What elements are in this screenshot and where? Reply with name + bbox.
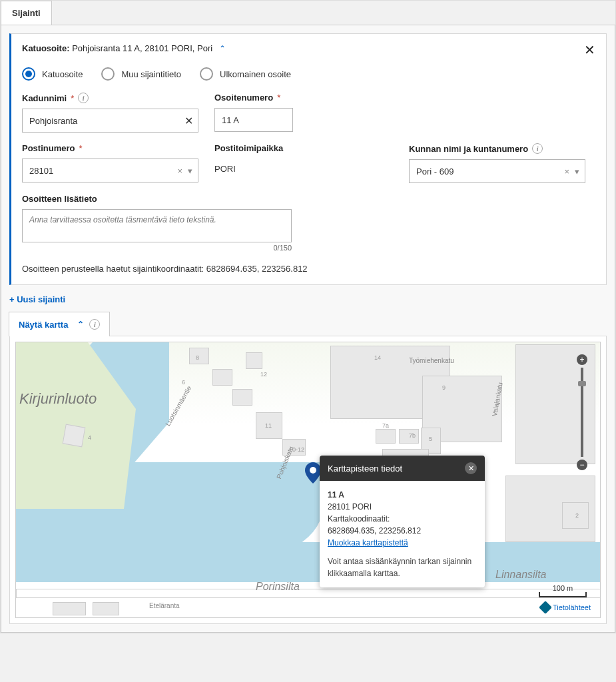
postal-label: Postinumero bbox=[22, 143, 75, 153]
card-title-value: Pohjoisranta 11 A, 28101 PORI, Pori bbox=[72, 43, 212, 53]
map-label-linnansilta: Linnansilta bbox=[495, 569, 547, 581]
info-icon[interactable]: i bbox=[532, 143, 543, 154]
attribution-icon bbox=[539, 601, 552, 614]
chevron-down-icon[interactable]: ▾ bbox=[575, 167, 579, 176]
popup-close-icon[interactable]: ✕ bbox=[465, 462, 477, 474]
map[interactable]: Kirjurinluoto Porinsilta Linnansilta Ete… bbox=[15, 342, 601, 618]
radio-ulkomainen[interactable]: Ulkomainen osoite bbox=[200, 67, 291, 81]
radio-icon bbox=[101, 67, 115, 81]
street-input[interactable] bbox=[22, 109, 198, 133]
info-icon[interactable]: i bbox=[89, 319, 100, 330]
muni-label: Kunnan nimi ja kuntanumero bbox=[409, 144, 528, 154]
svg-point-0 bbox=[310, 467, 316, 474]
street-label: Kadunnimi bbox=[22, 93, 67, 103]
chevron-up-icon: ⌃ bbox=[219, 44, 226, 53]
radio-icon bbox=[200, 67, 213, 81]
map-label-porinsilta: Porinsilta bbox=[256, 581, 300, 593]
info-icon[interactable]: i bbox=[78, 93, 89, 103]
map-pin[interactable] bbox=[305, 462, 321, 484]
coords-text: Osoitteen perusteella haetut sijaintikoo… bbox=[22, 264, 595, 274]
popup-line2: 28101 PORI bbox=[328, 502, 372, 512]
scale-label: 100 m bbox=[553, 584, 573, 592]
radio-katuosoite[interactable]: Katuosoite bbox=[22, 67, 83, 81]
close-icon[interactable]: ✕ bbox=[584, 43, 595, 57]
map-toggle[interactable]: Näytä kartta ⌃ i bbox=[9, 312, 110, 336]
street-tyomiehenkatu: Työmiehenkatu bbox=[409, 357, 454, 364]
chevron-up-icon: ⌃ bbox=[77, 320, 84, 329]
address-card: Katuosoite: Pohjoisranta 11 A, 28101 POR… bbox=[9, 33, 607, 285]
muni-value: Pori - 609 bbox=[416, 167, 454, 176]
radio-muu[interactable]: Muu sijaintitieto bbox=[101, 67, 181, 81]
popup-hint: Voit antaa sisäänkäynnin tarkan sijainni… bbox=[328, 555, 477, 579]
city-value: PORI bbox=[214, 159, 293, 174]
radio-label: Katuosoite bbox=[42, 69, 83, 79]
extra-label: Osoitteen lisätieto bbox=[22, 194, 97, 204]
map-toggle-label: Näytä kartta bbox=[19, 320, 68, 330]
radio-label: Muu sijaintitieto bbox=[121, 69, 181, 79]
popup-line1: 11 A bbox=[328, 490, 344, 500]
tab-sijainti[interactable]: Sijainti bbox=[1, 1, 52, 25]
popup-line4: 6828694.635, 223256.812 bbox=[328, 526, 421, 535]
popup-line3: Karttakoodinaatit: bbox=[328, 514, 390, 523]
clear-icon[interactable]: × bbox=[177, 166, 182, 176]
clear-icon[interactable]: ✕ bbox=[184, 115, 193, 127]
map-popup: Karttapisteen tiedot ✕ 11 A 28101 PORI K… bbox=[320, 456, 485, 587]
zoom-slider[interactable] bbox=[581, 368, 583, 457]
zoom-handle[interactable] bbox=[578, 381, 586, 386]
popup-edit-link[interactable]: Muokkaa karttapistettä bbox=[328, 538, 408, 547]
zoom-in-button[interactable]: + bbox=[577, 354, 587, 365]
add-location-link[interactable]: + Uusi sijainti bbox=[9, 294, 65, 304]
city-label: Postitoimipaikka bbox=[214, 143, 283, 153]
extra-textarea[interactable] bbox=[22, 209, 292, 242]
attribution-label: Tietolähteet bbox=[553, 603, 591, 611]
zoom-out-button[interactable]: − bbox=[577, 460, 587, 470]
popup-title: Karttapisteen tiedot bbox=[328, 464, 402, 474]
postal-combo[interactable]: 28101 × ▾ bbox=[22, 159, 198, 182]
radio-label: Ulkomainen osoite bbox=[220, 69, 291, 79]
char-count: 0/150 bbox=[22, 244, 292, 252]
number-label: Osoitenumero bbox=[214, 93, 273, 103]
scale-bar: 100 m bbox=[539, 584, 587, 597]
muni-combo[interactable]: Pori - 609 × ▾ bbox=[409, 159, 585, 183]
card-title[interactable]: Katuosoite: Pohjoisranta 11 A, 28101 POR… bbox=[22, 43, 226, 53]
clear-icon[interactable]: × bbox=[564, 167, 569, 176]
street-etelaranta: Eteläranta bbox=[149, 602, 180, 609]
postal-value: 28101 bbox=[29, 166, 53, 176]
number-input[interactable] bbox=[214, 108, 293, 132]
zoom-control: + − bbox=[576, 354, 588, 470]
card-title-prefix: Katuosoite: bbox=[22, 43, 70, 53]
map-label-kirjurinluoto: Kirjurinluoto bbox=[19, 390, 97, 408]
chevron-down-icon[interactable]: ▾ bbox=[188, 166, 192, 176]
radio-icon bbox=[22, 67, 35, 81]
map-attribution[interactable]: Tietolähteet bbox=[541, 603, 591, 612]
